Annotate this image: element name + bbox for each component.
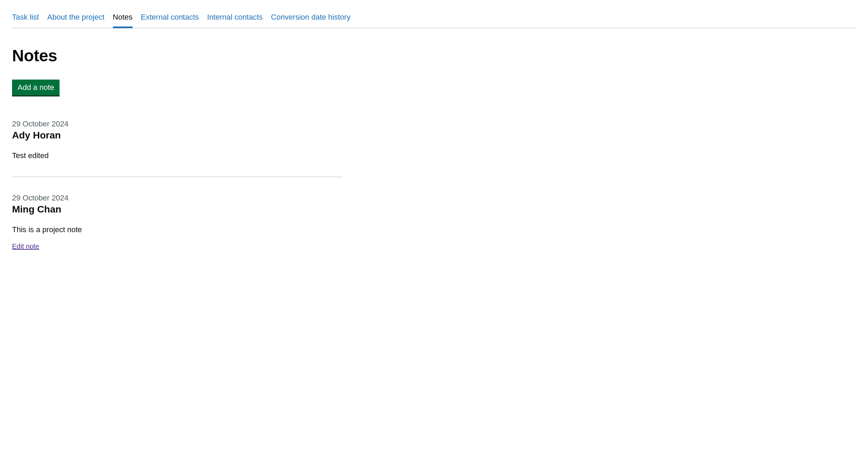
tab-internal-contacts[interactable]: Internal contacts [207,12,263,28]
page-title: Notes [12,46,856,65]
note-date: 29 October 2024 [12,120,342,128]
tab-about-project[interactable]: About the project [47,12,104,28]
tab-notes[interactable]: Notes [113,12,133,28]
edit-note-link[interactable]: Edit note [12,242,39,250]
tab-task-list[interactable]: Task list [12,12,39,28]
note-body: This is a project note [12,225,342,234]
note-item: 29 October 2024 Ady Horan Test edited [12,120,342,177]
tab-external-contacts[interactable]: External contacts [141,12,199,28]
tab-conversion-date-history[interactable]: Conversion date history [271,12,350,28]
note-date: 29 October 2024 [12,194,342,203]
note-author: Ming Chan [12,204,342,215]
note-author: Ady Horan [12,130,342,141]
note-body: Test edited [12,151,342,160]
main-content: Notes Add a note 29 October 2024 Ady Hor… [12,28,856,267]
tab-navigation: Task list About the project Notes Extern… [12,0,856,28]
notes-list: 29 October 2024 Ady Horan Test edited 29… [12,120,342,267]
note-item: 29 October 2024 Ming Chan This is a proj… [12,194,342,267]
add-note-button[interactable]: Add a note [12,80,60,95]
